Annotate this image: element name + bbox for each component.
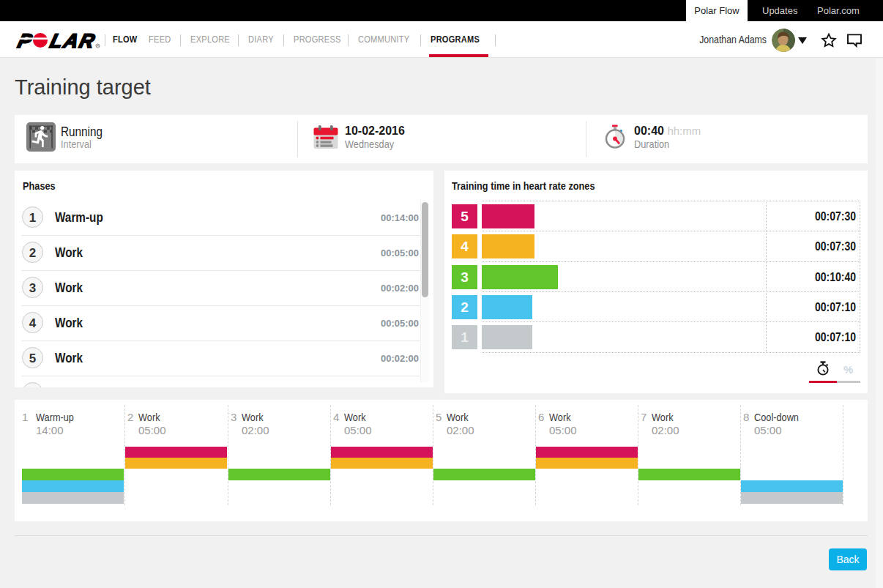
svg-text:R: R — [97, 44, 99, 48]
svg-text:LAR: LAR — [48, 32, 98, 48]
svg-text:P: P — [16, 32, 35, 48]
